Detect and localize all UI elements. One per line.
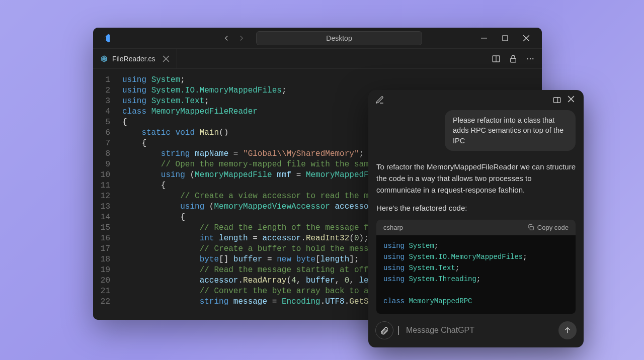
new-chat-icon[interactable] bbox=[375, 96, 384, 105]
window-controls bbox=[479, 34, 538, 43]
vscode-logo-icon bbox=[101, 33, 111, 43]
code-block: csharp Copy code using System; using Sys… bbox=[376, 220, 576, 314]
attach-button[interactable] bbox=[375, 321, 393, 339]
tab-actions bbox=[492, 49, 542, 68]
line-number-gutter: 12345678910111213141516171819202122 bbox=[93, 75, 122, 320]
code-block-header: csharp Copy code bbox=[376, 220, 576, 235]
svg-rect-8 bbox=[553, 98, 560, 103]
svg-point-7 bbox=[532, 58, 533, 59]
split-editor-icon[interactable] bbox=[492, 54, 501, 63]
svg-point-6 bbox=[530, 58, 531, 59]
assistant-paragraph: To refactor the MemoryMappedFileReader w… bbox=[376, 161, 576, 196]
nav-arrows bbox=[222, 34, 246, 43]
minimize-button[interactable] bbox=[479, 34, 489, 43]
user-message: Please refactor into a class that adds R… bbox=[445, 110, 576, 151]
assistant-paragraph: Here's the refactored code: bbox=[376, 202, 576, 214]
svg-rect-9 bbox=[530, 227, 533, 230]
maximize-button[interactable] bbox=[501, 34, 510, 43]
tab-close-icon[interactable] bbox=[163, 55, 170, 62]
text-cursor bbox=[398, 326, 399, 335]
nav-back-button[interactable] bbox=[222, 34, 231, 43]
copy-code-label: Copy code bbox=[537, 224, 569, 231]
copy-code-button[interactable]: Copy code bbox=[527, 224, 569, 231]
chat-input-row bbox=[368, 315, 584, 347]
svg-rect-0 bbox=[481, 38, 487, 39]
chat-header bbox=[368, 90, 584, 110]
command-center-label: Desktop bbox=[326, 34, 352, 42]
command-center[interactable]: Desktop bbox=[256, 31, 422, 45]
svg-rect-4 bbox=[511, 58, 516, 62]
svg-point-5 bbox=[527, 58, 528, 59]
svg-rect-1 bbox=[503, 36, 508, 41]
code-block-body: using System; using System.IO.MemoryMapp… bbox=[376, 235, 576, 314]
chat-close-icon[interactable] bbox=[568, 96, 577, 105]
lock-icon[interactable] bbox=[509, 54, 518, 63]
close-button[interactable] bbox=[522, 34, 531, 43]
chat-body: Please refactor into a class that adds R… bbox=[368, 110, 584, 315]
chat-panel: Please refactor into a class that adds R… bbox=[368, 90, 584, 347]
copy-icon bbox=[527, 224, 534, 231]
file-tab[interactable]: FileReader.cs bbox=[93, 49, 177, 68]
code-language-label: csharp bbox=[383, 224, 403, 231]
csharp-file-icon bbox=[100, 55, 108, 63]
send-button[interactable] bbox=[558, 321, 577, 339]
tab-bar: FileReader.cs bbox=[93, 49, 542, 69]
expand-icon[interactable] bbox=[552, 96, 561, 105]
nav-forward-button[interactable] bbox=[237, 34, 246, 43]
title-bar: Desktop bbox=[93, 28, 542, 49]
chat-input[interactable] bbox=[406, 326, 553, 335]
more-icon[interactable] bbox=[526, 54, 535, 63]
tab-filename: FileReader.cs bbox=[112, 55, 155, 63]
